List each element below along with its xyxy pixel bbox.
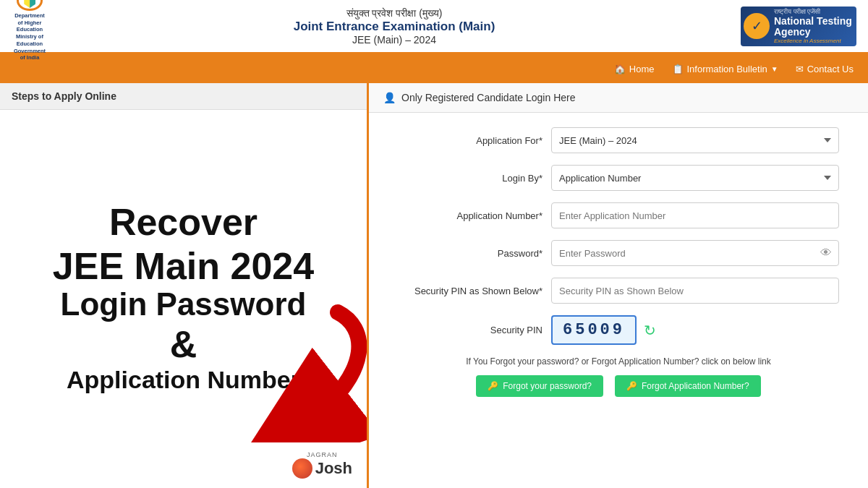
recover-heading: Recover bbox=[109, 202, 258, 243]
key-icon: 🔑 bbox=[488, 381, 498, 391]
login-form-area: Application For* JEE (Main) – 2024 JEE (… bbox=[369, 113, 868, 411]
security-pin-input[interactable] bbox=[551, 278, 839, 304]
password-wrapper: 👁 bbox=[551, 240, 839, 266]
nta-check-icon: ✓ bbox=[744, 13, 770, 39]
left-panel: Steps to Apply Online Recover JEE Main 2… bbox=[0, 83, 369, 488]
login-password-heading: Login Password bbox=[61, 287, 307, 322]
nta-text-block: राष्ट्रीय परीक्षा एजेंसी National Testin… bbox=[774, 8, 854, 45]
right-panel: 👤 Only Registered Candidate Login Here A… bbox=[369, 83, 868, 488]
header-right-logo: ✓ राष्ट्रीय परीक्षा एजेंसी National Test… bbox=[741, 7, 856, 46]
header-sub-title: JEE (Main) – 2024 bbox=[48, 34, 741, 46]
jagran-josh-logo: JAGRAN Josh bbox=[292, 451, 352, 479]
nav-information-bulletin[interactable]: 📋 Information Bulletin ▼ bbox=[672, 64, 778, 74]
application-for-select[interactable]: JEE (Main) – 2024 JEE (Main) – 2023 bbox=[551, 127, 839, 153]
login-by-select[interactable]: Application Number Enrollment Number bbox=[551, 165, 839, 191]
app-number-heading: Application Number bbox=[67, 366, 300, 394]
security-pin-display-label: Security PIN bbox=[398, 325, 542, 335]
navbar: 🏠 Home 📋 Information Bulletin ▼ ✉ Contac… bbox=[0, 54, 868, 83]
login-panel-header: 👤 Only Registered Candidate Login Here bbox=[369, 83, 868, 113]
header-hindi-title: संयुक्त प्रवेश परीक्षा (मुख्य) bbox=[48, 7, 741, 20]
captcha-refresh-icon[interactable]: ↻ bbox=[644, 322, 656, 339]
header-english-title: Joint Entrance Examination (Main) bbox=[48, 20, 741, 34]
gov-text: Department of Higher Education Ministry … bbox=[12, 12, 48, 61]
application-for-label: Application For* bbox=[398, 135, 542, 146]
user-icon: 👤 bbox=[383, 92, 396, 103]
steps-header: Steps to Apply Online bbox=[0, 83, 367, 110]
header-left-logos: 🔰 Department of Higher Education Ministr… bbox=[12, 5, 48, 47]
application-for-row: Application For* JEE (Main) – 2024 JEE (… bbox=[398, 127, 839, 153]
security-pin-input-label: Security PIN as Shown Below* bbox=[398, 286, 542, 296]
forgot-buttons-area: 🔑 Forgot your password? 🔑 Forgot Applica… bbox=[398, 375, 839, 397]
login-by-label: Login By* bbox=[398, 173, 542, 184]
login-by-row: Login By* Application Number Enrollment … bbox=[398, 165, 839, 191]
josh-circle-icon bbox=[292, 458, 312, 479]
app-number-row: Application Number* bbox=[398, 202, 839, 228]
nav-contact-us[interactable]: ✉ Contact Us bbox=[796, 64, 854, 74]
chevron-down-icon: ▼ bbox=[771, 65, 778, 73]
contact-icon: ✉ bbox=[796, 64, 804, 74]
app-number-input[interactable] bbox=[551, 202, 839, 228]
forgot-app-number-button[interactable]: 🔑 Forgot Application Number? bbox=[615, 375, 761, 397]
jee-main-heading: JEE Main 2024 bbox=[53, 246, 314, 287]
emblem-circle-icon: 🔰 bbox=[17, 0, 43, 11]
main-content: Steps to Apply Online Recover JEE Main 2… bbox=[0, 83, 868, 488]
password-label: Password* bbox=[398, 248, 542, 259]
captcha-image: 65009 bbox=[551, 315, 637, 345]
info-icon: 📋 bbox=[672, 64, 684, 74]
forgot-password-button[interactable]: 🔑 Forgot your password? bbox=[476, 375, 603, 397]
ampersand: & bbox=[170, 322, 197, 366]
captcha-row: Security PIN 65009 ↻ bbox=[398, 315, 839, 345]
app-icon: 🔑 bbox=[626, 381, 637, 391]
app-number-input-label: Application Number* bbox=[398, 210, 542, 221]
home-icon: 🏠 bbox=[614, 64, 626, 74]
nta-logo: ✓ राष्ट्रीय परीक्षा एजेंसी National Test… bbox=[741, 7, 856, 46]
forgot-info-text: If You Forgot your password? or Forgot A… bbox=[398, 356, 839, 367]
left-panel-content: Recover JEE Main 2024 Login Password & A… bbox=[0, 110, 367, 486]
nav-home[interactable]: 🏠 Home bbox=[614, 64, 655, 74]
government-emblem: 🔰 Department of Higher Education Ministr… bbox=[12, 5, 48, 47]
site-header: 🔰 Department of Higher Education Ministr… bbox=[0, 0, 868, 54]
security-pin-input-row: Security PIN as Shown Below* bbox=[398, 278, 839, 304]
show-password-icon[interactable]: 👁 bbox=[820, 247, 832, 260]
password-row: Password* 👁 bbox=[398, 240, 839, 266]
header-center-title: संयुक्त प्रवेश परीक्षा (मुख्य) Joint Ent… bbox=[48, 7, 741, 46]
password-input[interactable] bbox=[551, 240, 839, 266]
captcha-area: 65009 ↻ bbox=[551, 315, 656, 345]
